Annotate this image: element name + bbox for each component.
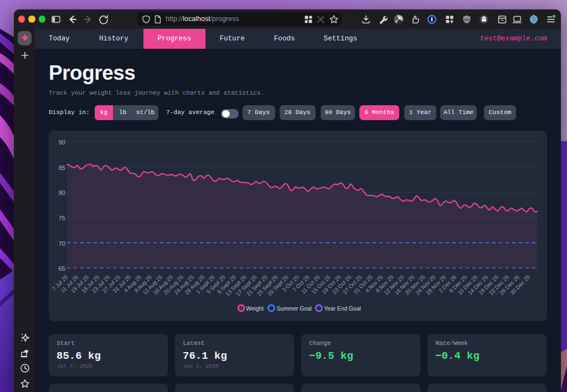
svg-text:90: 90 bbox=[59, 139, 65, 146]
svg-text:80: 80 bbox=[59, 189, 65, 196]
svg-text:75: 75 bbox=[59, 215, 65, 221]
svg-text:85: 85 bbox=[59, 164, 65, 171]
svg-text:Year End Goal: Year End Goal bbox=[324, 306, 361, 312]
svg-text:UO: UO bbox=[464, 17, 470, 21]
svg-text:70: 70 bbox=[59, 240, 65, 247]
svg-text:Weight: Weight bbox=[246, 306, 264, 312]
svg-text:Summer Goal: Summer Goal bbox=[276, 306, 312, 312]
svg-text:65: 65 bbox=[59, 265, 65, 272]
